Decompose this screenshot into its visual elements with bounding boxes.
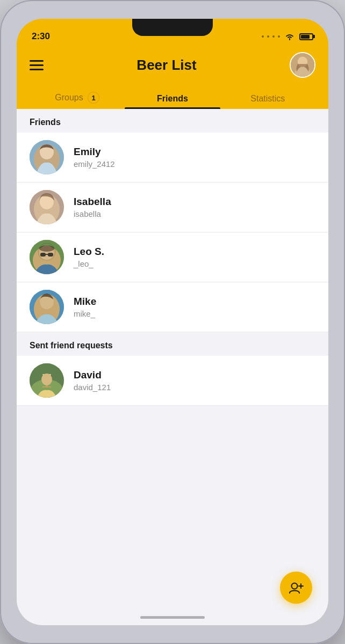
battery-fill [301,35,310,39]
friend-info-isabella: Isabella isabella [74,196,315,218]
friend-name-isabella: Isabella [74,196,315,208]
groups-badge: 1 [88,92,99,104]
friend-avatar-emily [30,140,64,174]
tab-groups[interactable]: Groups 1 [30,85,125,109]
hamburger-line-1 [30,60,44,62]
friend-info-leo: Leo S. _leo_ [74,246,315,268]
friend-item-isabella[interactable]: Isabella isabella [17,182,328,232]
status-icons [262,33,313,40]
tab-statistics[interactable]: Statistics [220,87,315,109]
friend-username-emily: emily_2412 [74,159,315,169]
tab-friends-label: Friends [157,94,188,103]
content-area: Friends Emily emily_2412 [17,109,328,625]
svg-rect-14 [40,253,46,257]
friend-username-mike: mike_ [74,309,315,318]
svg-point-26 [292,583,298,589]
tab-groups-label: Groups [55,93,83,102]
user-avatar[interactable] [290,52,315,78]
signal-dot-3 [272,35,275,38]
add-friend-fab[interactable] [280,572,312,604]
phone-frame: 2:30 [0,0,345,644]
friend-avatar-david [30,363,64,398]
home-indicator [140,616,205,619]
friend-avatar-leo [30,240,64,274]
friend-info-mike: Mike mike_ [74,296,315,318]
friends-section-header: Friends [17,109,328,133]
header: Beer List Groups 1 [17,47,328,109]
friend-avatar-mike [30,290,64,324]
signal-dot-1 [262,35,264,38]
notch [132,19,213,36]
app-title: Beer List [136,57,196,74]
friend-username-leo: _leo_ [74,259,315,268]
svg-point-13 [39,245,54,252]
friend-avatar-isabella [30,190,64,224]
friend-name-david: David [74,369,315,381]
add-friend-icon [289,581,304,594]
signal-dot-4 [278,35,280,38]
phone-screen: 2:30 [17,19,328,625]
avatar-image [291,53,314,77]
friend-item-leo[interactable]: Leo S. _leo_ [17,232,328,282]
tab-bar: Groups 1 Friends Statistics [30,85,315,109]
sent-requests-section-header: Sent friend requests [17,332,328,356]
friend-username-isabella: isabella [74,209,315,218]
svg-point-25 [41,374,52,385]
friend-item-mike[interactable]: Mike mike_ [17,282,328,332]
friend-info-emily: Emily emily_2412 [74,146,315,169]
tab-friends[interactable]: Friends [125,87,220,109]
friend-name-leo: Leo S. [74,246,315,258]
battery-icon [299,33,313,40]
friend-item-emily[interactable]: Emily emily_2412 [17,133,328,182]
svg-rect-15 [48,253,53,257]
friend-item-david[interactable]: David david_121 [17,356,328,406]
tab-statistics-label: Statistics [250,94,285,103]
friend-name-emily: Emily [74,146,315,158]
status-time: 2:30 [32,31,50,42]
header-top: Beer List [30,52,315,85]
friend-info-david: David david_121 [74,369,315,392]
friend-username-david: david_121 [74,383,315,392]
wifi-icon [284,33,295,40]
hamburger-line-2 [30,64,44,66]
signal-dot-2 [267,35,269,38]
friend-name-mike: Mike [74,296,315,308]
hamburger-line-3 [30,69,44,70]
hamburger-menu-button[interactable] [30,60,44,70]
